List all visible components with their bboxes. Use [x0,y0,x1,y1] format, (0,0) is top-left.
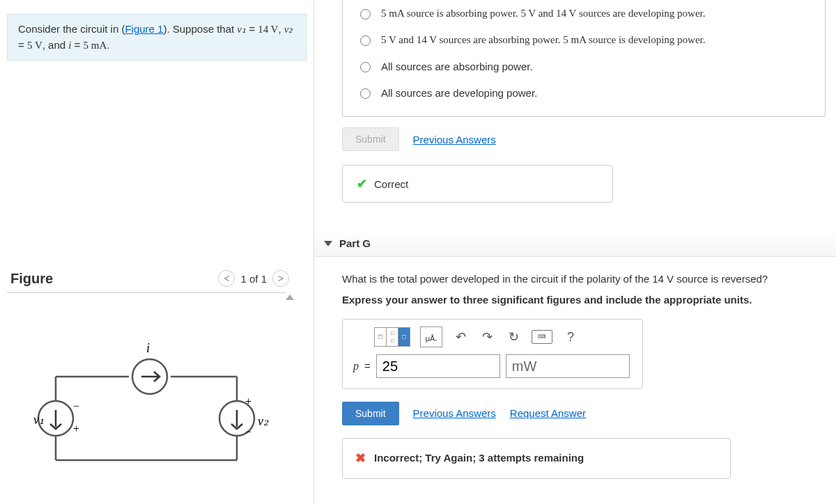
text: . [107,39,109,51]
v2-val: 5 V [27,40,42,51]
option-text: All sources are developing power. [381,87,537,99]
next-figure-button[interactable]: > [272,270,289,287]
radio-option-2[interactable] [360,36,371,46]
prev-figure-button[interactable]: < [218,270,235,287]
option-row[interactable]: 5 mA source is absorbing power. 5 V and … [357,0,811,26]
feedback-text: Correct [374,178,408,190]
option-text: 5 mA source is absorbing power. 5 V and … [381,8,705,19]
figure-nav: < 1 of 1 > [218,270,307,287]
submit-row-g: Submit Previous Answers Request Answer [342,402,826,425]
text: ). Suppose that [163,23,237,35]
part-g-header[interactable]: Part G [314,230,836,257]
scroll-up-icon[interactable] [286,294,294,300]
figure-section: Figure < 1 of 1 > [0,270,314,504]
check-icon: ✔ [357,176,367,191]
radio-option-4[interactable] [360,88,371,99]
circuit-diagram: − + v₁ i + − v₂ [14,328,279,502]
submit-row-f: Submit Previous Answers [342,127,836,151]
part-g-body: What is the total power developed in the… [314,257,836,479]
question-text: What is the total power developed in the… [342,271,826,288]
instruction-text: Express your answer to three significant… [342,292,826,308]
feedback-text: Incorrect; Try Again; 3 attempts remaini… [374,450,584,466]
text: = [18,39,27,51]
right-panel: 5 mA source is absorbing power. 5 V and … [314,0,836,504]
plus-label: + [73,423,79,434]
x-icon: ✖ [355,448,366,468]
divider [7,292,286,293]
variable-label: p [353,357,359,375]
undo-icon[interactable]: ↶ [452,329,469,345]
input-row: p = [353,354,632,378]
minus-label: − [73,400,79,412]
value-input[interactable] [376,354,500,378]
equals-label: = [364,358,371,375]
text: = [246,23,258,35]
redo-icon[interactable]: ↷ [479,329,495,345]
option-row[interactable]: All sources are developing power. [357,79,811,106]
feedback-correct-box: ✔ Correct [342,165,613,203]
submit-button[interactable]: Submit [342,402,399,425]
part-g-title: Part G [339,237,371,249]
unit-input[interactable] [506,354,630,378]
radio-option-3[interactable] [360,62,371,72]
request-answer-link[interactable]: Request Answer [510,405,586,422]
equation-toolbar: □□□□ μÅ° ↶ ↷ ↻ ⌨ ? [374,326,632,354]
option-row[interactable]: All sources are absorbing power. [357,53,811,79]
help-icon[interactable]: ? [562,329,579,345]
option-text: 5 V and 14 V sources are absorbing power… [381,34,705,46]
problem-statement: Consider the circuit in (Figure 1). Supp… [7,14,307,61]
v1-var: v₁ [237,24,246,35]
submit-button-disabled: Submit [342,127,399,151]
units-icon[interactable]: μÅ° [420,326,442,347]
answer-box: □□□□ μÅ° ↶ ↷ ↻ ⌨ ? p = [342,319,643,389]
keyboard-icon[interactable]: ⌨ [532,330,552,344]
templates-icon[interactable]: □□□□ [374,327,410,347]
text: = [71,39,83,51]
text: , [278,23,284,35]
v1-val: 14 V [258,24,278,35]
text: Consider the circuit in ( [18,23,125,35]
option-row[interactable]: 5 V and 14 V sources are absorbing power… [357,26,811,53]
figure-header: Figure < 1 of 1 > [7,270,307,287]
v2-var: v₂ [284,24,293,35]
previous-answers-link[interactable]: Previous Answers [413,405,496,422]
i-label: i [146,341,150,355]
i-val: 5 mA [84,40,107,51]
plus-label: + [245,395,251,407]
text: , and [42,39,69,51]
option-text: All sources are absorbing power. [381,61,533,72]
minus-label: − [245,426,251,438]
figure-link[interactable]: Figure 1 [125,23,163,35]
v2-label: v₂ [258,414,269,428]
v1-label: v₁ [33,413,44,427]
left-panel: Consider the circuit in (Figure 1). Supp… [0,0,314,504]
options-box: 5 mA source is absorbing power. 5 V and … [342,0,826,117]
radio-option-1[interactable] [360,9,371,19]
reset-icon[interactable]: ↻ [505,329,522,345]
figure-title: Figure [7,271,53,287]
figure-count: 1 of 1 [240,273,267,285]
feedback-incorrect-box: ✖ Incorrect; Try Again; 3 attempts remai… [342,438,731,479]
previous-answers-link[interactable]: Previous Answers [413,134,496,145]
collapse-icon [324,241,332,246]
